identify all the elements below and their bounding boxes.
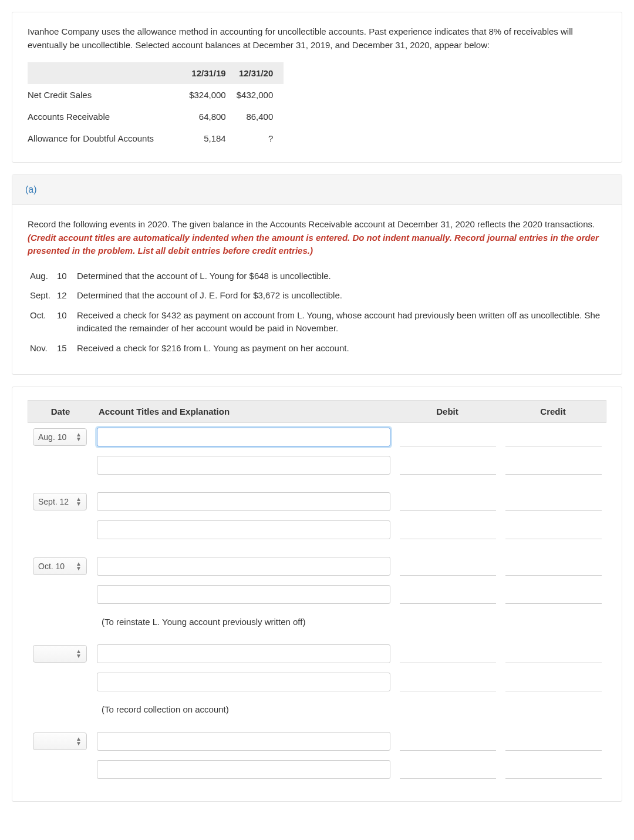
event-month: Sept. [30,289,57,302]
journal-row [28,451,606,479]
account-title-input[interactable] [97,732,390,751]
credit-input[interactable] [505,520,602,539]
journal-row [28,516,606,544]
sort-icon: ▲▼ [76,497,82,506]
col-header-debit: Debit [394,401,500,422]
journal-header: Date Account Titles and Explanation Debi… [28,400,606,423]
balances-header-blank [28,62,189,84]
row-value: ? [237,127,284,149]
event-day: 10 [57,270,77,283]
debit-input[interactable] [400,673,496,691]
debit-input[interactable] [400,520,496,539]
sort-icon: ▲▼ [76,562,82,571]
row-value: 64,800 [189,106,237,127]
event-desc: Determined that the account of J. E. For… [77,289,606,302]
instructions-plain: Record the following events in 2020. The… [28,219,595,229]
journal-row [28,755,606,784]
table-row: Net Credit Sales $324,000 $432,000 [28,84,284,106]
credit-input[interactable] [505,673,602,691]
event-desc: Received a check for $432 as payment on … [77,309,606,335]
table-row: Accounts Receivable 64,800 86,400 [28,106,284,127]
problem-panel: Ivanhoe Company uses the allowance metho… [12,12,622,163]
event-day: 10 [57,309,77,322]
account-title-input[interactable] [97,428,390,446]
account-title-input[interactable] [97,492,390,511]
journal-row [28,580,606,609]
row-value: 86,400 [237,106,284,127]
row-label: Net Credit Sales [28,84,189,106]
date-select-value: Sept. 12 [38,497,69,506]
date-select-value: Oct. 10 [38,562,65,571]
row-value: $432,000 [237,84,284,106]
credit-input[interactable] [505,557,602,576]
event-row: Oct. 10 Received a check for $432 as pay… [30,309,606,335]
debit-input[interactable] [400,557,496,576]
date-select[interactable]: Aug. 10 ▲▼ [33,428,87,446]
debit-input[interactable] [400,456,496,475]
event-row: Aug. 10 Determined that the account of L… [30,270,606,283]
date-select[interactable]: Sept. 12 ▲▼ [33,493,87,510]
date-select[interactable]: ▲▼ [33,645,87,663]
debit-input[interactable] [400,428,496,446]
row-value: $324,000 [189,84,237,106]
account-title-input[interactable] [97,673,390,691]
journal-row: Aug. 10 ▲▼ [28,423,606,451]
debit-input[interactable] [400,644,496,663]
row-label: Allowance for Doubtful Accounts [28,127,189,149]
entry-explanation: (To record collection on account) [97,701,390,723]
account-title-input[interactable] [97,520,390,539]
credit-input[interactable] [505,585,602,604]
balances-table: 12/31/19 12/31/20 Net Credit Sales $324,… [28,62,284,149]
col-header-date: Date [28,401,93,422]
event-month: Aug. [30,270,57,283]
events-list: Aug. 10 Determined that the account of L… [30,270,606,355]
debit-input[interactable] [400,760,496,779]
journal-explanation-row: (To record collection on account) [28,696,606,727]
part-a-panel: (a) Record the following events in 2020.… [12,174,622,375]
account-title-input[interactable] [97,644,390,663]
account-title-input[interactable] [97,760,390,779]
table-row: Allowance for Doubtful Accounts 5,184 ? [28,127,284,149]
event-desc: Received a check for $216 from L. Young … [77,342,606,355]
event-month: Nov. [30,342,57,355]
journal-row: Sept. 12 ▲▼ [28,488,606,516]
credit-input[interactable] [505,492,602,511]
credit-input[interactable] [505,644,602,663]
journal-row: Oct. 10 ▲▼ [28,552,606,580]
event-desc: Determined that the account of L. Young … [77,270,606,283]
col-header-credit: Credit [500,401,606,422]
sort-icon: ▲▼ [76,432,82,442]
credit-input[interactable] [505,428,602,446]
event-row: Nov. 15 Received a check for $216 from L… [30,342,606,355]
debit-input[interactable] [400,492,496,511]
balances-header-2020: 12/31/20 [237,62,284,84]
account-title-input[interactable] [97,557,390,576]
date-select-value: Aug. 10 [38,432,66,442]
journal-panel: Date Account Titles and Explanation Debi… [12,387,622,802]
sort-icon: ▲▼ [76,737,82,746]
balances-header-2019: 12/31/19 [189,62,237,84]
debit-input[interactable] [400,585,496,604]
journal-row: ▲▼ [28,640,606,668]
credit-input[interactable] [505,456,602,475]
instructions-red: (Credit account titles are automatically… [28,233,599,256]
part-a-header: (a) [12,175,622,205]
journal-row [28,668,606,696]
row-label: Accounts Receivable [28,106,189,127]
event-day: 15 [57,342,77,355]
row-value: 5,184 [189,127,237,149]
debit-input[interactable] [400,732,496,751]
credit-input[interactable] [505,760,602,779]
credit-input[interactable] [505,732,602,751]
account-title-input[interactable] [97,585,390,604]
date-select[interactable]: ▲▼ [33,733,87,750]
date-select[interactable]: Oct. 10 ▲▼ [33,557,87,575]
journal-row: ▲▼ [28,727,606,755]
event-row: Sept. 12 Determined that the account of … [30,289,606,302]
event-month: Oct. [30,309,57,322]
journal-explanation-row: (To reinstate L. Young account previousl… [28,609,606,640]
instructions-text: Record the following events in 2020. The… [28,218,606,258]
account-title-input[interactable] [97,456,390,475]
sort-icon: ▲▼ [76,649,82,658]
col-header-title: Account Titles and Explanation [93,401,394,422]
